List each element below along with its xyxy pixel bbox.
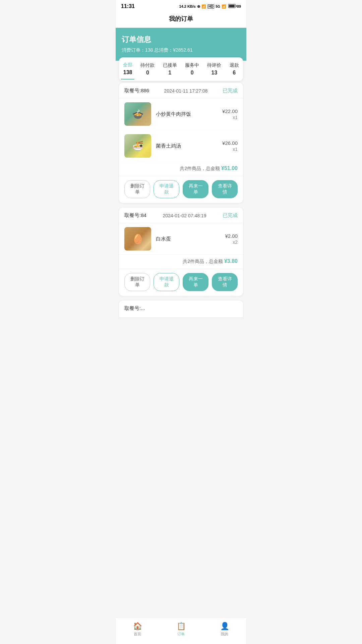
item-name-egg: 白水蛋	[156, 236, 220, 242]
detail-btn-84[interactable]: 查看详情	[212, 273, 238, 291]
refund-btn-84[interactable]: 申请退款	[154, 273, 179, 291]
item-price-qty-egg: ¥2.00 x2	[225, 233, 238, 245]
order-total-84: ¥3.80	[224, 258, 238, 264]
order-header-886: 取餐号:886 2024-01-11 17:27:08 已完成	[119, 83, 243, 98]
item-qty-mushroom-soup: x1	[222, 147, 238, 152]
order-status-84: 已完成	[223, 212, 238, 219]
bluetooth-icon: ⊛	[197, 4, 200, 9]
detail-btn-886[interactable]: 查看详情	[212, 180, 238, 198]
order-card-84: 取餐号:84 2024-01-02 07:48:19 已完成 🥚 白水蛋 ¥2.…	[119, 208, 243, 296]
signal-icon: 📶	[201, 4, 206, 9]
tab-service-count: 0	[191, 70, 194, 76]
item-price-qty-mushroom-soup: ¥26.00 x1	[222, 140, 238, 152]
bottom-nav: 🏠 首页 📋 订单 👤 我的	[116, 618, 246, 644]
tab-pending-review[interactable]: 待评价 13	[205, 62, 223, 79]
network-speed: 14.2 KB/s	[179, 4, 196, 8]
status-bar: 11:31 14.2 KB/s ⊛ 📶 HD 5G 📶 89	[116, 0, 246, 11]
order-item-mushroom-soup: 🍜 菌香土鸡汤 ¥26.00 x1	[119, 130, 243, 162]
tab-accepted-count: 1	[168, 70, 171, 76]
order-info-heading: 订单信息	[122, 35, 240, 45]
item-img-mushroom-soup: 🍜	[124, 134, 151, 158]
tab-pending-count: 0	[146, 70, 149, 76]
action-btns-886: 删除订单 申请退款 再来一单 查看详情	[119, 176, 243, 203]
battery-level	[228, 4, 236, 9]
tab-in-service[interactable]: 服务中 0	[183, 62, 201, 79]
reorder-btn-84[interactable]: 再来一单	[183, 273, 208, 291]
orders-container: 取餐号:886 2024-01-11 17:27:08 已完成 🍲 小炒黄牛肉拌…	[116, 83, 246, 344]
item-name-mushroom-soup: 菌香土鸡汤	[156, 143, 218, 149]
orders-icon: 📋	[177, 622, 186, 631]
tab-accepted-label: 已接单	[163, 62, 177, 68]
tab-pending-label: 待付款	[140, 62, 155, 68]
tab-review-count: 13	[212, 70, 218, 76]
delete-order-btn-84[interactable]: 删除订单	[124, 273, 150, 291]
delete-order-btn-886[interactable]: 删除订单	[124, 180, 150, 198]
item-img-beef-rice: 🍲	[124, 102, 151, 126]
tab-all[interactable]: 全部 138	[121, 62, 134, 79]
page-title: 我的订单	[169, 15, 193, 22]
tab-refund-label: 退款	[230, 62, 239, 68]
order-info-summary: 消费订单：138 总消费：¥2852.61	[122, 47, 240, 53]
order-datetime-84: 2024-01-02 07:48:19	[163, 213, 206, 218]
tab-refund[interactable]: 退款 6	[228, 62, 241, 79]
tab-service-label: 服务中	[185, 62, 199, 68]
nav-profile[interactable]: 👤 我的	[214, 621, 236, 638]
order-item-beef-rice: 🍲 小炒黄牛肉拌饭 ¥22.00 x1	[119, 98, 243, 130]
tab-pending-payment[interactable]: 待付款 0	[138, 62, 157, 79]
home-icon: 🏠	[133, 622, 142, 631]
item-price-qty-beef-rice: ¥22.00 x1	[222, 108, 238, 120]
tab-bar-card: 全部 138 待付款 0 已接单 1 服务中 0 待评价 13 退款 6	[119, 57, 243, 81]
order-summary-text-886: 共2件商品，总金额	[180, 166, 220, 171]
hd-icon: HD	[207, 4, 214, 9]
reorder-btn-886[interactable]: 再来一单	[183, 180, 208, 198]
nav-orders[interactable]: 📋 订单	[170, 621, 192, 638]
order-card-partial: 取餐号:...	[119, 301, 243, 317]
order-num-partial: 取餐号:...	[124, 305, 145, 312]
tab-review-label: 待评价	[207, 62, 221, 68]
tab-all-count: 138	[123, 69, 132, 75]
order-card-886: 取餐号:886 2024-01-11 17:27:08 已完成 🍲 小炒黄牛肉拌…	[119, 83, 243, 203]
item-name-beef-rice: 小炒黄牛肉拌饭	[156, 111, 218, 117]
page-header: 我的订单	[116, 11, 246, 28]
tab-refund-count: 6	[233, 70, 236, 76]
action-btns-84: 删除订单 申请退款 再来一单 查看详情	[119, 269, 243, 296]
refund-btn-886[interactable]: 申请退款	[154, 180, 179, 198]
item-qty-egg: x2	[225, 239, 238, 245]
item-img-egg: 🥚	[124, 227, 151, 251]
nav-home[interactable]: 🏠 首页	[126, 621, 149, 638]
profile-icon: 👤	[220, 622, 229, 631]
item-price-beef-rice: ¥22.00	[222, 108, 238, 114]
order-header-partial: 取餐号:...	[119, 301, 243, 316]
signal-icon-2: 📶	[222, 4, 226, 9]
order-datetime-886: 2024-01-11 17:27:08	[164, 88, 208, 94]
order-total-886: ¥51.00	[221, 165, 238, 171]
tab-row: 全部 138 待付款 0 已接单 1 服务中 0 待评价 13 退款 6	[119, 62, 243, 79]
order-status-886: 已完成	[223, 88, 238, 94]
tab-accepted[interactable]: 已接单 1	[161, 62, 179, 79]
item-price-mushroom-soup: ¥26.00	[222, 140, 238, 146]
item-qty-beef-rice: x1	[222, 115, 238, 120]
nav-orders-label: 订单	[177, 632, 185, 637]
nav-profile-label: 我的	[221, 632, 228, 637]
status-right: 14.2 KB/s ⊛ 📶 HD 5G 📶 89	[179, 4, 241, 9]
order-summary-84: 共2件商品，总金额 ¥3.80	[119, 255, 243, 269]
order-num-84: 取餐号:84	[124, 212, 146, 219]
5g-icon: 5G	[216, 5, 220, 8]
battery-percent: 89	[237, 4, 241, 8]
item-price-egg: ¥2.00	[225, 233, 238, 239]
order-item-egg: 🥚 白水蛋 ¥2.00 x2	[119, 223, 243, 255]
status-time: 11:31	[121, 3, 135, 9]
order-num-886: 取餐号:886	[124, 88, 149, 94]
tab-all-label: 全部	[123, 62, 132, 68]
order-header-84: 取餐号:84 2024-01-02 07:48:19 已完成	[119, 208, 243, 223]
order-info-banner: 订单信息 消费订单：138 总消费：¥2852.61	[116, 28, 246, 61]
nav-home-label: 首页	[134, 632, 141, 637]
order-summary-text-84: 共2件商品，总金额	[183, 259, 223, 264]
order-summary-886: 共2件商品，总金额 ¥51.00	[119, 162, 243, 176]
